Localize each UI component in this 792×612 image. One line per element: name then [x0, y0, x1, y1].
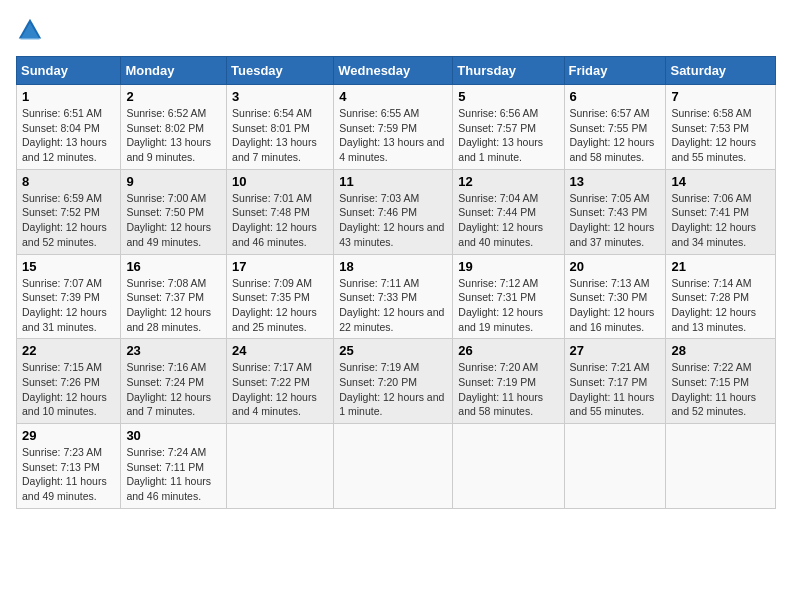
calendar-cell: 17 Sunrise: 7:09 AMSunset: 7:35 PMDaylig…	[227, 254, 334, 339]
day-info: Sunrise: 7:23 AMSunset: 7:13 PMDaylight:…	[22, 446, 107, 502]
day-number: 30	[126, 428, 221, 443]
day-info: Sunrise: 7:09 AMSunset: 7:35 PMDaylight:…	[232, 277, 317, 333]
calendar-cell: 16 Sunrise: 7:08 AMSunset: 7:37 PMDaylig…	[121, 254, 227, 339]
day-info: Sunrise: 7:13 AMSunset: 7:30 PMDaylight:…	[570, 277, 655, 333]
day-info: Sunrise: 6:59 AMSunset: 7:52 PMDaylight:…	[22, 192, 107, 248]
calendar-cell: 8 Sunrise: 6:59 AMSunset: 7:52 PMDayligh…	[17, 169, 121, 254]
day-number: 29	[22, 428, 115, 443]
day-number: 11	[339, 174, 447, 189]
day-number: 1	[22, 89, 115, 104]
calendar-cell	[564, 424, 666, 509]
calendar-cell: 2 Sunrise: 6:52 AMSunset: 8:02 PMDayligh…	[121, 85, 227, 170]
day-number: 28	[671, 343, 770, 358]
day-info: Sunrise: 6:51 AMSunset: 8:04 PMDaylight:…	[22, 107, 107, 163]
calendar-cell: 21 Sunrise: 7:14 AMSunset: 7:28 PMDaylig…	[666, 254, 776, 339]
col-thursday: Thursday	[453, 57, 564, 85]
logo	[16, 16, 48, 44]
calendar-cell: 20 Sunrise: 7:13 AMSunset: 7:30 PMDaylig…	[564, 254, 666, 339]
calendar-cell: 29 Sunrise: 7:23 AMSunset: 7:13 PMDaylig…	[17, 424, 121, 509]
day-info: Sunrise: 7:20 AMSunset: 7:19 PMDaylight:…	[458, 361, 543, 417]
day-info: Sunrise: 6:57 AMSunset: 7:55 PMDaylight:…	[570, 107, 655, 163]
day-number: 20	[570, 259, 661, 274]
day-number: 27	[570, 343, 661, 358]
day-number: 17	[232, 259, 328, 274]
day-info: Sunrise: 7:04 AMSunset: 7:44 PMDaylight:…	[458, 192, 543, 248]
calendar-cell: 26 Sunrise: 7:20 AMSunset: 7:19 PMDaylig…	[453, 339, 564, 424]
calendar-cell: 12 Sunrise: 7:04 AMSunset: 7:44 PMDaylig…	[453, 169, 564, 254]
col-monday: Monday	[121, 57, 227, 85]
col-saturday: Saturday	[666, 57, 776, 85]
day-number: 12	[458, 174, 558, 189]
day-info: Sunrise: 6:58 AMSunset: 7:53 PMDaylight:…	[671, 107, 756, 163]
calendar-cell: 18 Sunrise: 7:11 AMSunset: 7:33 PMDaylig…	[334, 254, 453, 339]
day-info: Sunrise: 7:06 AMSunset: 7:41 PMDaylight:…	[671, 192, 756, 248]
day-info: Sunrise: 6:52 AMSunset: 8:02 PMDaylight:…	[126, 107, 211, 163]
col-friday: Friday	[564, 57, 666, 85]
calendar-header-row: Sunday Monday Tuesday Wednesday Thursday…	[17, 57, 776, 85]
day-number: 22	[22, 343, 115, 358]
day-info: Sunrise: 7:07 AMSunset: 7:39 PMDaylight:…	[22, 277, 107, 333]
day-info: Sunrise: 7:14 AMSunset: 7:28 PMDaylight:…	[671, 277, 756, 333]
day-number: 26	[458, 343, 558, 358]
calendar-cell	[334, 424, 453, 509]
calendar-cell	[453, 424, 564, 509]
day-number: 23	[126, 343, 221, 358]
calendar-cell: 4 Sunrise: 6:55 AMSunset: 7:59 PMDayligh…	[334, 85, 453, 170]
calendar-cell: 22 Sunrise: 7:15 AMSunset: 7:26 PMDaylig…	[17, 339, 121, 424]
calendar-cell: 10 Sunrise: 7:01 AMSunset: 7:48 PMDaylig…	[227, 169, 334, 254]
calendar-week-row: 1 Sunrise: 6:51 AMSunset: 8:04 PMDayligh…	[17, 85, 776, 170]
day-number: 14	[671, 174, 770, 189]
day-info: Sunrise: 7:03 AMSunset: 7:46 PMDaylight:…	[339, 192, 444, 248]
day-number: 13	[570, 174, 661, 189]
day-info: Sunrise: 7:17 AMSunset: 7:22 PMDaylight:…	[232, 361, 317, 417]
day-number: 21	[671, 259, 770, 274]
calendar-cell: 3 Sunrise: 6:54 AMSunset: 8:01 PMDayligh…	[227, 85, 334, 170]
calendar-cell: 25 Sunrise: 7:19 AMSunset: 7:20 PMDaylig…	[334, 339, 453, 424]
calendar-cell	[666, 424, 776, 509]
calendar-cell: 24 Sunrise: 7:17 AMSunset: 7:22 PMDaylig…	[227, 339, 334, 424]
calendar-week-row: 15 Sunrise: 7:07 AMSunset: 7:39 PMDaylig…	[17, 254, 776, 339]
day-info: Sunrise: 7:05 AMSunset: 7:43 PMDaylight:…	[570, 192, 655, 248]
calendar-week-row: 29 Sunrise: 7:23 AMSunset: 7:13 PMDaylig…	[17, 424, 776, 509]
day-number: 25	[339, 343, 447, 358]
day-info: Sunrise: 6:55 AMSunset: 7:59 PMDaylight:…	[339, 107, 444, 163]
day-info: Sunrise: 7:01 AMSunset: 7:48 PMDaylight:…	[232, 192, 317, 248]
calendar-cell: 7 Sunrise: 6:58 AMSunset: 7:53 PMDayligh…	[666, 85, 776, 170]
calendar-cell: 6 Sunrise: 6:57 AMSunset: 7:55 PMDayligh…	[564, 85, 666, 170]
day-info: Sunrise: 7:00 AMSunset: 7:50 PMDaylight:…	[126, 192, 211, 248]
day-info: Sunrise: 7:11 AMSunset: 7:33 PMDaylight:…	[339, 277, 444, 333]
day-info: Sunrise: 7:12 AMSunset: 7:31 PMDaylight:…	[458, 277, 543, 333]
day-number: 3	[232, 89, 328, 104]
calendar-cell: 11 Sunrise: 7:03 AMSunset: 7:46 PMDaylig…	[334, 169, 453, 254]
day-number: 24	[232, 343, 328, 358]
calendar-cell: 13 Sunrise: 7:05 AMSunset: 7:43 PMDaylig…	[564, 169, 666, 254]
day-number: 10	[232, 174, 328, 189]
calendar-cell: 14 Sunrise: 7:06 AMSunset: 7:41 PMDaylig…	[666, 169, 776, 254]
day-info: Sunrise: 7:15 AMSunset: 7:26 PMDaylight:…	[22, 361, 107, 417]
calendar-cell	[227, 424, 334, 509]
day-number: 8	[22, 174, 115, 189]
col-wednesday: Wednesday	[334, 57, 453, 85]
day-info: Sunrise: 7:19 AMSunset: 7:20 PMDaylight:…	[339, 361, 444, 417]
day-number: 9	[126, 174, 221, 189]
day-number: 18	[339, 259, 447, 274]
calendar-cell: 23 Sunrise: 7:16 AMSunset: 7:24 PMDaylig…	[121, 339, 227, 424]
day-number: 2	[126, 89, 221, 104]
day-info: Sunrise: 6:54 AMSunset: 8:01 PMDaylight:…	[232, 107, 317, 163]
col-sunday: Sunday	[17, 57, 121, 85]
calendar-cell: 28 Sunrise: 7:22 AMSunset: 7:15 PMDaylig…	[666, 339, 776, 424]
calendar-cell: 15 Sunrise: 7:07 AMSunset: 7:39 PMDaylig…	[17, 254, 121, 339]
day-info: Sunrise: 7:16 AMSunset: 7:24 PMDaylight:…	[126, 361, 211, 417]
col-tuesday: Tuesday	[227, 57, 334, 85]
day-info: Sunrise: 7:24 AMSunset: 7:11 PMDaylight:…	[126, 446, 211, 502]
calendar-cell: 1 Sunrise: 6:51 AMSunset: 8:04 PMDayligh…	[17, 85, 121, 170]
logo-icon	[16, 16, 44, 44]
day-number: 5	[458, 89, 558, 104]
day-info: Sunrise: 7:08 AMSunset: 7:37 PMDaylight:…	[126, 277, 211, 333]
day-number: 15	[22, 259, 115, 274]
day-number: 4	[339, 89, 447, 104]
calendar-cell: 9 Sunrise: 7:00 AMSunset: 7:50 PMDayligh…	[121, 169, 227, 254]
calendar-cell: 5 Sunrise: 6:56 AMSunset: 7:57 PMDayligh…	[453, 85, 564, 170]
calendar-week-row: 8 Sunrise: 6:59 AMSunset: 7:52 PMDayligh…	[17, 169, 776, 254]
day-number: 19	[458, 259, 558, 274]
